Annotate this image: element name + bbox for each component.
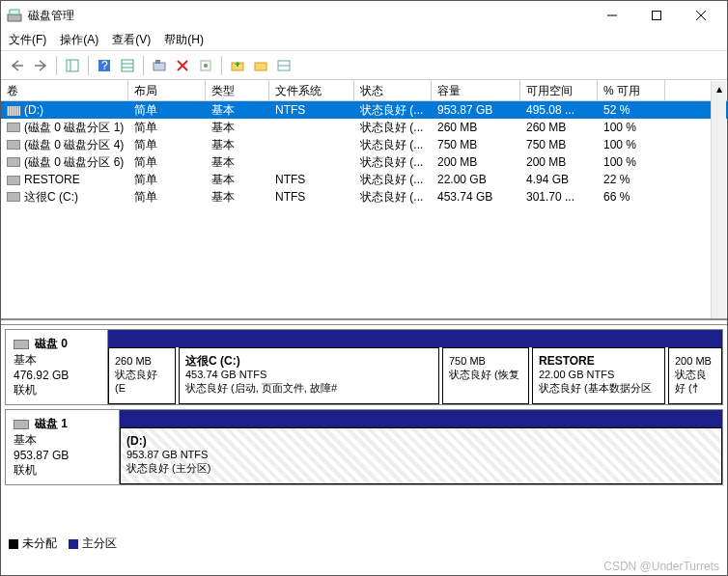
disk-row: 磁盘 1基本953.87 GB联机 (D:)953.87 GB NTFS状态良好… — [5, 409, 723, 485]
watermark: CSDN @UnderTurrets — [603, 560, 719, 573]
pane-splitter[interactable] — [1, 319, 727, 325]
menu-file[interactable]: 文件(F) — [9, 32, 46, 48]
col-type[interactable]: 类型 — [206, 80, 269, 100]
svg-rect-13 — [154, 63, 165, 70]
legend-primary-icon — [69, 539, 78, 549]
partition[interactable]: (D:)953.87 GB NTFS状态良好 (主分区) — [120, 427, 722, 484]
toolbar: ? — [1, 51, 727, 80]
legend: 未分配 主分区 — [7, 532, 119, 556]
close-button[interactable] — [679, 1, 723, 30]
disk-header[interactable]: 磁盘 1基本953.87 GB联机 — [6, 410, 120, 484]
volume-icon — [7, 176, 20, 185]
disk-icon — [14, 420, 29, 429]
svg-rect-14 — [155, 60, 160, 64]
svg-point-18 — [204, 64, 208, 68]
disk-stripe-bar — [108, 330, 722, 347]
show-hide-tree-button[interactable] — [62, 55, 83, 76]
volume-table: 卷 布局 类型 文件系统 状态 容量 可用空间 % 可用 (D:)简单基本NTF… — [1, 80, 727, 319]
partition[interactable]: 200 MB状态良好 (忄 — [668, 347, 722, 404]
window-title: 磁盘管理 — [28, 8, 590, 24]
table-row[interactable]: (磁盘 0 磁盘分区 1)简单基本状态良好 (...260 MB260 MB10… — [1, 119, 727, 136]
folder-button[interactable] — [250, 55, 271, 76]
partition[interactable]: 260 MB状态良好 (E — [108, 347, 176, 404]
properties-button[interactable] — [195, 55, 216, 76]
view-layout-button[interactable] — [273, 55, 294, 76]
scroll-up-icon[interactable]: ▴ — [712, 81, 726, 96]
col-pct[interactable]: % 可用 — [598, 80, 665, 100]
svg-rect-10 — [122, 60, 133, 71]
disk-row: 磁盘 0基本476.92 GB联机260 MB状态良好 (E这很C (C:)45… — [5, 329, 723, 405]
svg-rect-6 — [67, 60, 78, 71]
disk-stripe-bar — [120, 410, 722, 427]
col-vol[interactable]: 卷 — [1, 80, 128, 100]
svg-rect-3 — [653, 12, 661, 20]
partition[interactable]: 750 MB状态良好 (恢复 — [442, 347, 529, 404]
col-status[interactable]: 状态 — [354, 80, 432, 100]
table-row[interactable]: RESTORE简单基本NTFS状态良好 (...22.00 GB4.94 GB2… — [1, 171, 727, 188]
partition[interactable]: 这很C (C:)453.74 GB NTFS状态良好 (启动, 页面文件, 故障… — [179, 347, 439, 404]
col-cap[interactable]: 容量 — [432, 80, 520, 100]
svg-rect-0 — [8, 14, 21, 21]
folder-up-button[interactable] — [227, 55, 248, 76]
table-row[interactable]: (D:)简单基本NTFS状态良好 (...953.87 GB495.08 ...… — [1, 101, 727, 119]
disk-icon — [14, 340, 29, 349]
svg-text:?: ? — [101, 59, 108, 72]
volume-icon — [7, 192, 20, 202]
help-button[interactable]: ? — [94, 55, 115, 76]
menu-help[interactable]: 帮助(H) — [164, 32, 204, 48]
col-fs[interactable]: 文件系统 — [269, 80, 354, 100]
disk-layout-panel: 磁盘 0基本476.92 GB联机260 MB状态良好 (E这很C (C:)45… — [1, 329, 727, 485]
maximize-button[interactable] — [634, 1, 679, 30]
table-row[interactable]: 这很C (C:)简单基本NTFS状态良好 (...453.74 GB301.70… — [1, 188, 727, 206]
menu-bar: 文件(F) 操作(A) 查看(V) 帮助(H) — [1, 30, 727, 51]
table-header: 卷 布局 类型 文件系统 状态 容量 可用空间 % 可用 — [1, 80, 727, 101]
table-row[interactable]: (磁盘 0 磁盘分区 4)简单基本状态良好 (...750 MB750 MB10… — [1, 136, 727, 153]
legend-primary: 主分区 — [82, 536, 117, 550]
volume-icon — [7, 123, 20, 132]
volume-icon — [7, 140, 20, 150]
svg-rect-1 — [10, 10, 19, 14]
menu-action[interactable]: 操作(A) — [60, 32, 98, 48]
table-row[interactable]: (磁盘 0 磁盘分区 6)简单基本状态良好 (...200 MB200 MB10… — [1, 153, 727, 171]
svg-rect-20 — [255, 63, 266, 70]
partition[interactable]: RESTORE22.00 GB NTFS状态良好 (基本数据分区 — [532, 347, 665, 404]
refresh-button[interactable] — [149, 55, 170, 76]
volume-icon — [7, 106, 20, 116]
minimize-button[interactable] — [590, 1, 634, 30]
disk-header[interactable]: 磁盘 0基本476.92 GB联机 — [6, 330, 108, 404]
title-bar: 磁盘管理 — [1, 1, 727, 30]
list-button[interactable] — [117, 55, 138, 76]
forward-button[interactable] — [30, 55, 51, 76]
app-icon — [7, 8, 22, 23]
back-button[interactable] — [7, 55, 28, 76]
volume-icon — [7, 157, 20, 167]
col-layout[interactable]: 布局 — [128, 80, 206, 100]
legend-unalloc-icon — [9, 539, 18, 549]
menu-view[interactable]: 查看(V) — [112, 32, 151, 48]
legend-unalloc: 未分配 — [22, 536, 57, 550]
col-free[interactable]: 可用空间 — [520, 80, 598, 100]
delete-button[interactable] — [172, 55, 193, 76]
vertical-scrollbar[interactable]: ▴ — [711, 81, 726, 318]
